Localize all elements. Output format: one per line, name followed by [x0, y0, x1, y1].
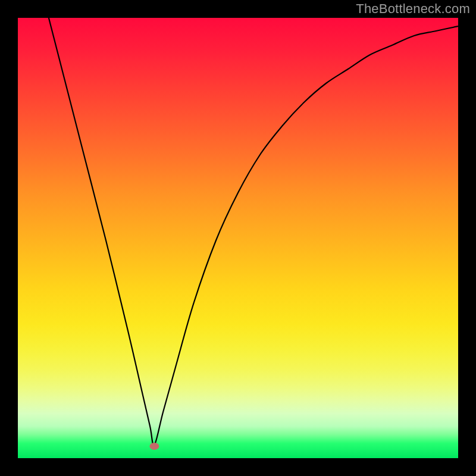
minimum-dot — [149, 443, 159, 450]
watermark-text: TheBottleneck.com — [356, 1, 470, 17]
curve-layer — [18, 18, 458, 458]
bottleneck-curve — [18, 18, 458, 446]
plot-area — [18, 18, 458, 458]
chart-frame: TheBottleneck.com — [0, 0, 476, 476]
